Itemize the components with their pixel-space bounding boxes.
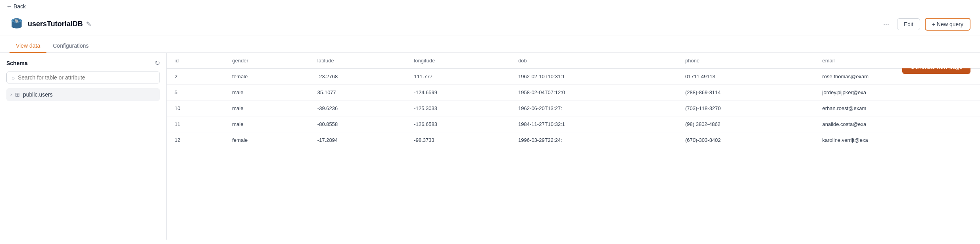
pencil-icon[interactable]: ✎ — [86, 20, 91, 28]
schema-header: Schema ↻ — [6, 59, 160, 67]
cell-phone-4: (670)-303-8402 — [677, 132, 815, 148]
tab-configurations[interactable]: Configurations — [46, 39, 95, 53]
col-header-latitude: latitude — [309, 53, 406, 69]
cell-phone-1: (288)-869-8114 — [677, 85, 815, 101]
back-label: Back — [13, 3, 26, 10]
cell-email-3: analide.costa@exa — [815, 116, 980, 132]
sidebar: Schema ↻ ⌕ › ⊞ public.users — [0, 53, 167, 240]
cell-dob-3: 1984-11-27T10:32:1 — [510, 116, 677, 132]
cell-id-0: 2 — [167, 69, 224, 85]
cell-id-2: 10 — [167, 101, 224, 116]
refresh-icon[interactable]: ↻ — [155, 59, 160, 67]
col-header-dob: dob — [510, 53, 677, 69]
table-icon: ⊞ — [15, 91, 20, 98]
cell-dob-1: 1958-02-04T07:12:0 — [510, 85, 677, 101]
cell-email-1: jordey.pijpker@exa — [815, 85, 980, 101]
search-input[interactable] — [18, 74, 155, 81]
table-row: 10male-39.6236-125.30331962-06-20T13:27:… — [167, 101, 980, 116]
cell-dob-0: 1962-02-10T10:31:1 — [510, 69, 677, 85]
more-button[interactable]: ··· — [880, 18, 892, 30]
cell-longitude-3: -126.6583 — [406, 116, 510, 132]
tabs-bar: View data Configurations — [0, 35, 980, 53]
cell-dob-2: 1962-06-20T13:27: — [510, 101, 677, 116]
back-arrow-icon: ← — [6, 3, 12, 10]
col-header-email: email — [815, 53, 980, 69]
data-area: Generate new page id gender latitude lon… — [167, 53, 980, 240]
col-header-gender: gender — [224, 53, 309, 69]
cell-phone-3: (98) 3802-4862 — [677, 116, 815, 132]
schema-title: Schema — [6, 60, 28, 66]
back-row: ← Back — [0, 0, 980, 13]
table-header-row: id gender latitude longitude dob phone e… — [167, 53, 980, 69]
cell-id-3: 11 — [167, 116, 224, 132]
cell-phone-0: 01711 49113 — [677, 69, 815, 85]
table-row: 12female-17.2894-98.37331996-03-29T22:24… — [167, 132, 980, 148]
cell-phone-2: (703)-118-3270 — [677, 101, 815, 116]
cell-email-2: erhan.roest@exam — [815, 101, 980, 116]
col-header-longitude: longitude — [406, 53, 510, 69]
table-row: 2female-23.2768111.7771962-02-10T10:31:1… — [167, 69, 980, 85]
table-name-label: public.users — [23, 91, 53, 98]
cell-latitude-1: 35.1077 — [309, 85, 406, 101]
data-table: id gender latitude longitude dob phone e… — [167, 53, 980, 148]
edit-button[interactable]: Edit — [897, 18, 920, 30]
cell-latitude-0: -23.2768 — [309, 69, 406, 85]
cell-longitude-1: -124.6599 — [406, 85, 510, 101]
postgres-icon: 🐘 — [10, 16, 28, 32]
cell-latitude-3: -80.8558 — [309, 116, 406, 132]
col-header-phone: phone — [677, 53, 815, 69]
cell-gender-3: male — [224, 116, 309, 132]
cell-dob-4: 1996-03-29T22:24: — [510, 132, 677, 148]
svg-point-2 — [12, 24, 21, 29]
tab-view-data[interactable]: View data — [10, 39, 46, 53]
svg-text:🐘: 🐘 — [15, 19, 19, 23]
cell-longitude-0: 111.777 — [406, 69, 510, 85]
cell-id-4: 12 — [167, 132, 224, 148]
header-actions: ··· Edit + New query — [880, 18, 970, 31]
new-query-button[interactable]: + New query — [925, 18, 970, 31]
chevron-right-icon: › — [10, 92, 12, 97]
cell-gender-1: male — [224, 85, 309, 101]
cell-longitude-2: -125.3033 — [406, 101, 510, 116]
cell-gender-0: female — [224, 69, 309, 85]
cell-id-1: 5 — [167, 85, 224, 101]
cell-longitude-4: -98.3733 — [406, 132, 510, 148]
cell-latitude-2: -39.6236 — [309, 101, 406, 116]
db-header: 🐘 usersTutorialDB ✎ ··· Edit + New query — [0, 13, 980, 35]
back-button[interactable]: ← Back — [6, 3, 26, 10]
cell-gender-4: female — [224, 132, 309, 148]
search-icon: ⌕ — [12, 74, 15, 81]
table-row: 5male35.1077-124.65991958-02-04T07:12:0(… — [167, 85, 980, 101]
search-wrapper: ⌕ — [6, 72, 160, 83]
col-header-id: id — [167, 53, 224, 69]
cell-email-4: karoline.verrijt@exa — [815, 132, 980, 148]
table-row: 11male-80.8558-126.65831984-11-27T10:32:… — [167, 116, 980, 132]
db-title: usersTutorialDB — [28, 20, 83, 28]
cell-gender-2: male — [224, 101, 309, 116]
main-content: Schema ↻ ⌕ › ⊞ public.users Generate new… — [0, 53, 980, 240]
cell-latitude-4: -17.2894 — [309, 132, 406, 148]
table-item-public-users[interactable]: › ⊞ public.users — [6, 88, 160, 101]
